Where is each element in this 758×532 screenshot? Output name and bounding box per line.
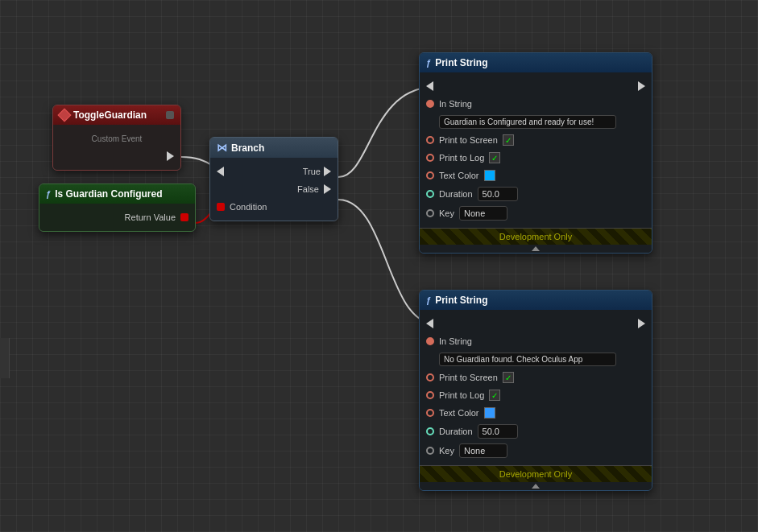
is-guardian-configured-body: Return Value bbox=[39, 204, 195, 231]
print2-print-to-log-check[interactable]: ✓ bbox=[489, 390, 500, 401]
print2-in-string-label: In String bbox=[439, 336, 472, 346]
branch-body: True False Condition bbox=[210, 158, 338, 221]
print2-duration-pin[interactable] bbox=[426, 427, 434, 435]
blueprint-canvas[interactable]: ToggleGuardian Custom Event ƒ Is Guardia… bbox=[0, 0, 758, 532]
toggle-guardian-title: ToggleGuardian bbox=[73, 109, 147, 121]
print1-text-color-label: Text Color bbox=[439, 171, 479, 180]
print2-log-pin[interactable] bbox=[426, 391, 434, 399]
print2-exec-row bbox=[420, 315, 652, 332]
print1-text-color-pin[interactable] bbox=[426, 171, 434, 179]
return-value-pin[interactable] bbox=[180, 213, 188, 221]
print1-in-string-label: In String bbox=[439, 99, 472, 109]
is-guardian-configured-node: ƒ Is Guardian Configured Return Value bbox=[39, 184, 196, 232]
print2-text-color-pin[interactable] bbox=[426, 409, 434, 417]
print-string-2-header: ƒ Print String bbox=[420, 291, 652, 310]
print1-duration-label: Duration bbox=[439, 189, 473, 199]
print1-in-string-input[interactable] bbox=[439, 115, 616, 129]
print1-func-icon: ƒ bbox=[426, 58, 431, 68]
condition-label: Condition bbox=[230, 202, 267, 212]
print1-string-pin[interactable] bbox=[426, 100, 434, 108]
print2-exec-out[interactable] bbox=[638, 319, 645, 328]
print1-print-to-screen-check[interactable]: ✓ bbox=[503, 134, 514, 146]
branch-header: ⋈ Branch bbox=[210, 138, 338, 158]
print2-func-icon: ƒ bbox=[426, 295, 431, 305]
print1-text-color-swatch[interactable] bbox=[484, 170, 495, 181]
print2-duration-input[interactable] bbox=[478, 424, 518, 439]
branch-node: ⋈ Branch True False Condition bbox=[209, 137, 338, 221]
print1-exec-out[interactable] bbox=[638, 81, 645, 91]
toggle-guardian-body: Custom Event bbox=[53, 125, 180, 170]
condition-pin[interactable] bbox=[217, 203, 225, 211]
print1-print-to-log-label: Print to Log bbox=[439, 153, 484, 163]
toggle-guardian-exec-row bbox=[53, 147, 180, 165]
print2-print-to-screen-check[interactable]: ✓ bbox=[503, 372, 514, 383]
print2-string-pin[interactable] bbox=[426, 337, 434, 345]
print1-collapse-icon[interactable] bbox=[532, 246, 540, 251]
event-icon bbox=[58, 109, 72, 122]
print-string-2-title: Print String bbox=[435, 295, 487, 306]
print1-log-pin[interactable] bbox=[426, 154, 434, 162]
print2-key-label: Key bbox=[439, 446, 454, 456]
print-string-1-title: Print String bbox=[435, 57, 487, 68]
print2-in-string-input[interactable] bbox=[439, 353, 616, 366]
print1-in-string-value-row bbox=[420, 113, 652, 131]
print-string-1-body: In String Print to Screen ✓ Print to Log… bbox=[420, 72, 652, 228]
branch-exec-row: True bbox=[210, 163, 338, 180]
print2-duration-label: Duration bbox=[439, 427, 473, 436]
branch-icon: ⋈ bbox=[217, 142, 227, 154]
toggle-guardian-exec-out[interactable] bbox=[167, 151, 174, 161]
print2-screen-pin[interactable] bbox=[426, 373, 434, 381]
print-string-2-body: In String Print to Screen ✓ Print to Log… bbox=[420, 310, 652, 465]
left-panel-edge bbox=[0, 338, 10, 378]
print1-key-pin[interactable] bbox=[426, 209, 434, 217]
print1-dev-only: Development Only bbox=[420, 228, 652, 245]
print1-in-string-row: In String bbox=[420, 95, 652, 113]
print1-print-to-screen-row: Print to Screen ✓ bbox=[420, 131, 652, 149]
options-icon[interactable] bbox=[166, 111, 174, 119]
print-string-2-node: ƒ Print String In String Print to Screen… bbox=[419, 290, 652, 491]
print1-exec-in[interactable] bbox=[426, 81, 433, 91]
print1-text-color-row: Text Color bbox=[420, 167, 652, 184]
condition-row: Condition bbox=[210, 198, 338, 216]
print2-print-to-screen-label: Print to Screen bbox=[439, 373, 498, 382]
toggle-guardian-header: ToggleGuardian bbox=[53, 105, 180, 125]
branch-title: Branch bbox=[231, 142, 264, 154]
print2-text-color-label: Text Color bbox=[439, 408, 479, 418]
print1-key-input[interactable] bbox=[459, 206, 507, 221]
print2-text-color-row: Text Color bbox=[420, 404, 652, 422]
print1-print-to-log-row: Print to Log ✓ bbox=[420, 149, 652, 167]
true-exec-out[interactable] bbox=[324, 167, 331, 176]
print2-collapse-row bbox=[420, 482, 652, 490]
toggle-guardian-subtitle-row: Custom Event bbox=[53, 130, 180, 147]
is-guardian-configured-title: Is Guardian Configured bbox=[55, 188, 162, 200]
print2-exec-in[interactable] bbox=[426, 319, 433, 328]
print-string-1-node: ƒ Print String In String Print to Screen… bbox=[419, 52, 652, 254]
print1-print-to-log-check[interactable]: ✓ bbox=[489, 152, 500, 163]
print-string-1-header: ƒ Print String bbox=[420, 53, 652, 72]
print2-text-color-swatch[interactable] bbox=[484, 407, 495, 419]
print1-duration-row: Duration bbox=[420, 184, 652, 204]
branch-false-row: False bbox=[210, 180, 338, 198]
print2-dev-only: Development Only bbox=[420, 465, 652, 482]
false-exec-out[interactable] bbox=[324, 184, 331, 194]
toggle-guardian-node: ToggleGuardian Custom Event bbox=[52, 105, 181, 171]
print2-collapse-icon[interactable] bbox=[532, 484, 540, 489]
false-label: False bbox=[297, 184, 319, 194]
print2-key-row: Key bbox=[420, 441, 652, 460]
return-value-row: Return Value bbox=[39, 208, 195, 226]
print2-key-pin[interactable] bbox=[426, 447, 434, 455]
branch-exec-in[interactable] bbox=[217, 167, 224, 176]
print1-key-row: Key bbox=[420, 204, 652, 223]
branch-true-row: True bbox=[303, 167, 331, 176]
print2-key-input[interactable] bbox=[459, 443, 507, 458]
print2-print-to-log-row: Print to Log ✓ bbox=[420, 386, 652, 404]
print1-collapse-row bbox=[420, 245, 652, 253]
print2-print-to-log-label: Print to Log bbox=[439, 390, 484, 400]
print1-duration-input[interactable] bbox=[478, 187, 518, 201]
is-guardian-configured-header: ƒ Is Guardian Configured bbox=[39, 184, 195, 204]
print1-duration-pin[interactable] bbox=[426, 190, 434, 198]
function-icon: ƒ bbox=[46, 189, 51, 199]
print1-screen-pin[interactable] bbox=[426, 136, 434, 144]
print1-key-label: Key bbox=[439, 208, 454, 218]
toggle-guardian-subtitle: Custom Event bbox=[60, 134, 174, 143]
